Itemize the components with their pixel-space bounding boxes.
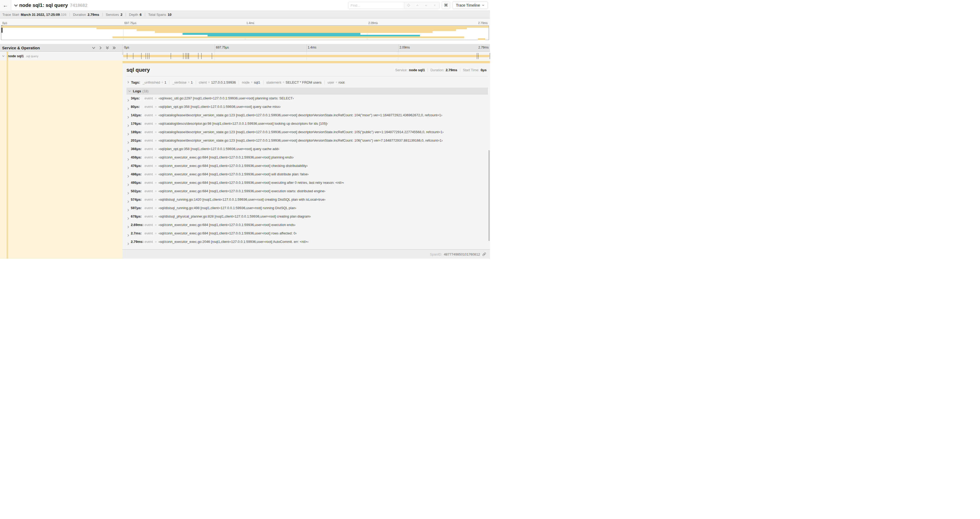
trace-summary-bar: Trace Start March 31 2022, 17:25:09 .326… [0, 11, 490, 18]
tags-accordion[interactable]: Tags: _unfinished = 1 _verbose = 1 clien… [126, 79, 488, 85]
meta-label: Service: [395, 68, 407, 72]
tags-label: Tags: [131, 80, 140, 85]
summary-item: Duration 2.79ms [67, 13, 99, 17]
meta-item: Duration: 2.79ms [425, 68, 457, 72]
trace-title-group[interactable]: node sql1: sql query 7418682 [15, 2, 88, 8]
log-field-name: event [145, 139, 153, 142]
ruler-tick-label: 0μs [124, 46, 129, 50]
keyboard-shortcuts-button[interactable]: ⌘ [442, 2, 450, 9]
log-timestamp: 2.79ms: [131, 240, 145, 244]
chevron-right-icon [127, 133, 129, 135]
expand-all-icon[interactable] [112, 46, 116, 50]
log-entry[interactable]: 459μs: event = ‹sql/conn_executor_exec.g… [127, 155, 488, 164]
tag-item[interactable]: node = sql1 [236, 80, 260, 85]
collapse-all-icon[interactable] [105, 46, 109, 50]
tag-item[interactable]: _unfinished = 1 [143, 80, 166, 85]
equals-sign: = [155, 114, 156, 117]
ruler-tick-label: 697.75μs [216, 46, 229, 50]
log-marker-tick[interactable] [185, 53, 186, 59]
log-entry[interactable]: 495μs: event = ‹sql/conn_executor_exec.g… [127, 180, 488, 189]
log-timestamp: 495μs: [131, 180, 145, 185]
log-marker-tick[interactable] [146, 53, 146, 59]
span-row-name-cell[interactable]: node sql1 sql query [0, 52, 123, 61]
logs-label: Logs [133, 89, 141, 93]
log-entry[interactable]: 502μs: event = ‹sql/conn_executor_exec.g… [127, 189, 488, 198]
expand-one-icon[interactable] [99, 46, 102, 50]
clear-search-icon[interactable]: × [431, 2, 439, 9]
log-entry[interactable]: 678μs: event = ‹sql/distsql_physical_pla… [127, 214, 488, 223]
log-entry[interactable]: 2.7ms: event = ‹sql/conn_executor_exec.g… [127, 231, 488, 240]
log-entry[interactable]: 366μs: event = ‹sql/plan_opt.go:358 [nsq… [127, 147, 488, 155]
selected-span-bar[interactable] [123, 61, 490, 63]
prev-match-icon[interactable] [413, 2, 422, 9]
tag-item[interactable]: _verbose = 1 [166, 80, 192, 85]
equals-sign: = [155, 147, 156, 150]
tag-item[interactable]: user = root [321, 80, 344, 85]
span-duration-bar[interactable] [123, 55, 490, 57]
log-timestamp: 574μs: [131, 198, 145, 201]
collapse-one-icon[interactable] [92, 46, 95, 50]
ruler-tick-label: 2.09ms [368, 21, 378, 24]
trace-view-selector[interactable]: Trace Timeline [453, 2, 488, 9]
tag-value: root [339, 80, 344, 85]
tag-key: _verbose [172, 80, 186, 85]
chevron-right-icon [127, 125, 129, 127]
locate-icon[interactable] [404, 2, 413, 9]
tag-key: node [242, 80, 250, 85]
log-field-name: event [145, 130, 153, 134]
deep-link-icon[interactable] [482, 252, 486, 256]
log-entry[interactable]: 189μs: event = ‹sql/catalog/lease/descri… [127, 130, 488, 139]
equals-sign: = [336, 81, 337, 84]
meta-value: 0μs [481, 68, 487, 72]
span-operation-name: sql query [26, 54, 38, 58]
page-scrollbar[interactable] [488, 150, 490, 241]
log-entry[interactable]: 574μs: event = ‹sql/distsql_running.go:1… [127, 198, 488, 206]
log-marker-tick[interactable] [186, 53, 187, 59]
logs-accordion-header[interactable]: Logs (18) [126, 88, 488, 95]
log-marker-tick[interactable] [141, 53, 142, 59]
log-timestamp: 2.7ms: [131, 231, 145, 235]
log-marker-tick[interactable] [477, 53, 477, 59]
logs-count: (18) [143, 89, 149, 93]
chevron-right-icon [127, 209, 129, 211]
log-entry[interactable]: 2.69ms: event = ‹sql/conn_executor_exec.… [127, 223, 488, 231]
log-marker-tick[interactable] [189, 53, 189, 59]
log-timestamp: 201μs: [131, 139, 145, 142]
log-marker-tick[interactable] [183, 53, 183, 59]
log-marker-tick[interactable] [149, 53, 150, 59]
find-input[interactable] [348, 2, 404, 9]
log-entry[interactable]: 80μs: event = ‹sql/plan_opt.go:358 [nsql… [127, 105, 488, 113]
span-row-timeline [123, 52, 490, 61]
log-entry[interactable]: 2.79ms: event = ‹sql/conn_executor_exec.… [127, 240, 488, 248]
tag-item[interactable]: statement = SELECT * FROM users [260, 80, 322, 85]
minimap-canvas[interactable] [1, 25, 489, 40]
log-field-value: ‹sql/catalog/lease/descriptor_version_st… [159, 130, 444, 134]
log-entry[interactable]: 34μs: event = ‹sql/exec_util.go:2297 [ns… [127, 96, 488, 105]
log-entry[interactable]: 201μs: event = ‹sql/catalog/lease/descri… [127, 139, 488, 147]
log-marker-tick[interactable] [201, 53, 202, 59]
next-match-icon[interactable] [422, 2, 431, 9]
log-entry[interactable]: 486μs: event = ‹sql/conn_executor_exec.g… [127, 172, 488, 180]
log-entry[interactable]: 142μs: event = ‹sql/catalog/lease/descri… [127, 113, 488, 121]
log-entry[interactable]: 476μs: event = ‹sql/conn_executor_exec.g… [127, 164, 488, 172]
chevron-right-icon [127, 243, 129, 245]
log-field-value: ‹sql/conn_executor_exec.go:684 [nsql1,cl… [159, 189, 325, 193]
log-field-name: event [145, 206, 153, 210]
log-timestamp: 459μs: [131, 155, 145, 159]
span-detail-title: sql query [126, 67, 150, 73]
log-timestamp: 597μs: [131, 206, 145, 210]
meta-item: Service: node sql1 [395, 68, 425, 72]
tags-list: _unfinished = 1 _verbose = 1 client = 12… [143, 80, 344, 85]
back-button[interactable]: ← [0, 0, 11, 11]
log-timestamp: 678μs: [131, 214, 145, 218]
summary-value: March 31 2022, 17:25:09 [21, 13, 60, 17]
log-marker-tick[interactable] [490, 53, 490, 59]
summary-label: Total Spans [148, 13, 166, 17]
log-marker-tick[interactable] [478, 53, 479, 59]
log-entry[interactable]: 176μs: event = ‹sql/catalog/descs/descri… [127, 121, 488, 130]
chevron-right-icon [127, 108, 129, 110]
tag-item[interactable]: client = 127.0.0.1:59936 [193, 80, 236, 85]
log-field-value: ‹sql/conn_executor_exec.go:684 [nsql1,cl… [159, 180, 344, 185]
log-field-value: ‹sql/conn_executor_exec.go:684 [nsql1,cl… [159, 164, 308, 168]
log-entry[interactable]: 597μs: event = ‹sql/distsql_running.go:4… [127, 206, 488, 214]
